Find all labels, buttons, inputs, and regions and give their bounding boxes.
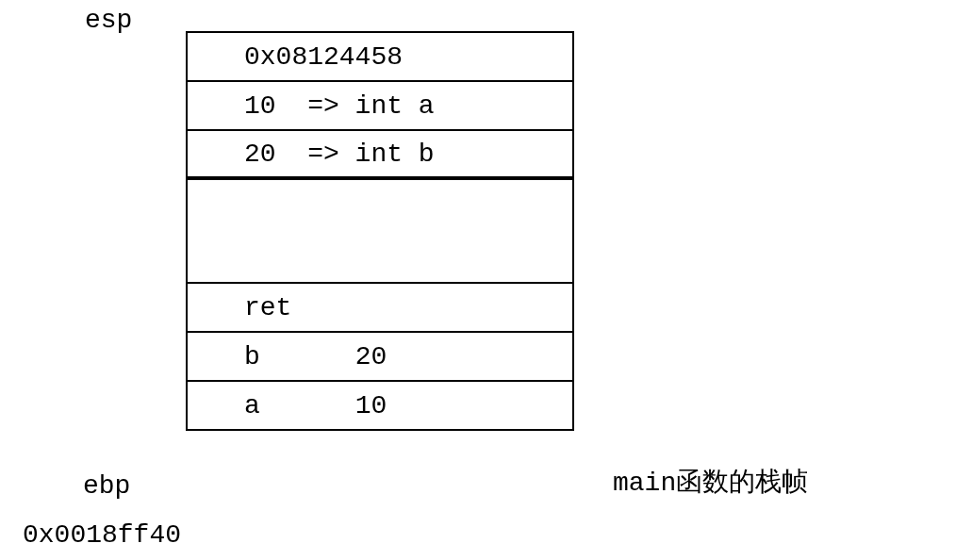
spacer	[260, 391, 355, 420]
stack-cell-b: b 20	[188, 333, 572, 382]
esp-register-label: esp	[85, 6, 132, 35]
stack-cell-int-a: 10 => int a	[188, 82, 572, 131]
stack-cell-b-value: 20	[355, 342, 387, 371]
stack-cell-b-label: b	[244, 342, 260, 371]
stack-cell-address: 0x08124458	[188, 33, 572, 82]
stack-cell-a-label: a	[244, 391, 260, 420]
stack-cell-int-b: 20 => int b	[188, 131, 572, 180]
stack-cell-a: a 10	[188, 382, 572, 431]
spacer	[260, 342, 355, 371]
stack-cell-a-value: 10	[355, 391, 387, 420]
stack-frame-box: 0x08124458 10 => int a 20 => int b ret b…	[186, 31, 574, 431]
ebp-register-label: ebp	[83, 471, 130, 501]
stack-cell-empty	[188, 180, 572, 284]
main-stack-frame-label: main函数的栈帧	[613, 464, 808, 500]
ebp-address-label: 0x0018ff40	[23, 520, 181, 550]
stack-cell-ret: ret	[188, 284, 572, 333]
